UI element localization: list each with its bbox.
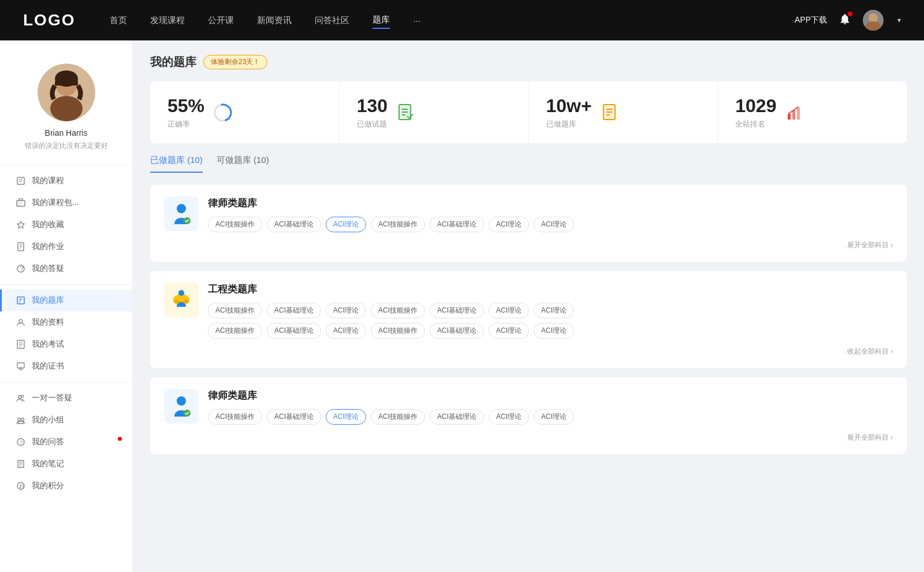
sidebar-item-label-qbank: 我的题库 — [32, 295, 64, 306]
svg-point-33 — [18, 418, 21, 421]
sidebar-item-my-course[interactable]: 我的课程 — [0, 170, 132, 192]
qbank-content: 律师类题库 ACI技能操作 ACI基础理论 ACI理论 ACI技能操作 ACI基… — [208, 196, 893, 232]
nav-item-qa[interactable]: 问答社区 — [315, 13, 349, 28]
qbank-card-header: 律师类题库 ACI技能操作 ACI基础理论 ACI理论 ACI技能操作 ACI基… — [164, 196, 893, 232]
collapse-link-engineer[interactable]: 收起全部科目 › — [164, 347, 893, 356]
eng-tag-r2-3[interactable]: ACI技能操作 — [371, 323, 425, 339]
nav-item-more[interactable]: ··· — [413, 13, 420, 28]
qbank-title-lawyer-1: 律师类题库 — [208, 196, 893, 210]
sidebar-item-tutor[interactable]: 一对一答疑 — [0, 387, 132, 409]
eng-tag-r2-2[interactable]: ACI理论 — [326, 323, 366, 339]
eng-tag-r2-6[interactable]: ACI理论 — [534, 323, 574, 339]
l2-tag-6[interactable]: ACI理论 — [534, 409, 574, 425]
page-title: 我的题库 — [150, 54, 196, 70]
stat-done-questions-label: 已做试题 — [357, 119, 388, 129]
sidebar-item-homework[interactable]: 我的作业 — [0, 236, 132, 258]
exam-icon — [16, 339, 26, 350]
sidebar-item-exam[interactable]: 我的考试 — [0, 333, 132, 355]
sidebar-item-notes[interactable]: 我的笔记 — [0, 453, 132, 475]
eng-tag-r1-0[interactable]: ACI技能操作 — [208, 303, 262, 318]
qbank-card-engineer: 工程类题库 ACI技能操作 ACI基础理论 ACI理论 ACI技能操作 ACI基… — [150, 271, 907, 368]
user-avatar[interactable] — [863, 10, 884, 31]
eng-tag-r1-1[interactable]: ACI基础理论 — [267, 303, 321, 318]
sidebar-item-favorites[interactable]: 我的收藏 — [0, 214, 132, 236]
qbank-menu-icon — [16, 295, 26, 306]
tag-5[interactable]: ACI理论 — [489, 217, 529, 232]
stat-done-banks-value: 10w+ — [546, 95, 592, 117]
qbank-card-lawyer-1: 律师类题库 ACI技能操作 ACI基础理论 ACI理论 ACI技能操作 ACI基… — [150, 185, 907, 262]
notification-bell[interactable] — [839, 13, 851, 28]
sidebar-item-label-exam: 我的考试 — [32, 339, 64, 350]
eng-tag-r2-4[interactable]: ACI基础理论 — [430, 323, 484, 339]
sidebar-item-qa[interactable]: ? 我的问答 — [0, 431, 132, 453]
sidebar-item-group[interactable]: 我的小组 — [0, 409, 132, 431]
tab-done[interactable]: 已做题库 (10) — [150, 155, 203, 173]
svg-text:积: 积 — [19, 484, 24, 489]
sidebar-item-profile[interactable]: 我的资料 — [0, 311, 132, 333]
eng-tag-r1-4[interactable]: ACI基础理论 — [430, 303, 484, 318]
qa-badge-dot — [118, 437, 122, 441]
sidebar-divider-3 — [0, 382, 132, 382]
sidebar-item-label-qa: 我的问答 — [32, 437, 64, 447]
svg-point-58 — [177, 204, 186, 213]
sidebar-item-course-package[interactable]: 我的课程包... — [0, 192, 132, 214]
l2-tag-1[interactable]: ACI基础理论 — [267, 409, 321, 425]
tag-0[interactable]: ACI技能操作 — [208, 217, 262, 232]
eng-tag-r2-1[interactable]: ACI基础理论 — [267, 323, 321, 339]
l2-tag-5[interactable]: ACI理论 — [489, 409, 529, 425]
eng-tag-r2-5[interactable]: ACI理论 — [489, 323, 529, 339]
sidebar-item-ask[interactable]: ? 我的答疑 — [0, 258, 132, 280]
stat-accuracy-label: 正确率 — [167, 119, 204, 129]
course-icon — [16, 176, 26, 186]
svg-point-23 — [19, 320, 23, 323]
tag-2-active[interactable]: ACI理论 — [326, 217, 366, 232]
stat-accuracy-text: 55% 正确率 — [167, 95, 204, 129]
doc-green-icon — [396, 102, 416, 123]
sidebar-item-cert[interactable]: 我的证书 — [0, 355, 132, 377]
tab-available[interactable]: 可做题库 (10) — [217, 155, 269, 173]
qbank-tags-lawyer-1: ACI技能操作 ACI基础理论 ACI理论 ACI技能操作 ACI基础理论 AC… — [208, 217, 893, 232]
stat-done-questions-text: 130 已做试题 — [357, 95, 388, 129]
tag-6[interactable]: ACI理论 — [534, 217, 574, 232]
nav-item-open[interactable]: 公开课 — [208, 13, 234, 28]
package-icon — [16, 198, 26, 208]
l2-tag-3[interactable]: ACI技能操作 — [371, 409, 425, 425]
sidebar-item-points[interactable]: 积 我的积分 — [0, 475, 132, 497]
l2-tag-4[interactable]: ACI基础理论 — [430, 409, 484, 425]
sidebar-item-label-package: 我的课程包... — [32, 198, 79, 208]
tag-3[interactable]: ACI技能操作 — [371, 217, 425, 232]
sidebar-divider-2 — [0, 284, 132, 285]
eng-tag-r1-3[interactable]: ACI技能操作 — [371, 303, 425, 318]
user-profile: Brian Harris 错误的决定比没有决定要好 — [0, 52, 132, 160]
expand-link-lawyer-2[interactable]: 展开全部科目 › — [164, 433, 893, 443]
svg-rect-57 — [797, 107, 800, 120]
nav-item-courses[interactable]: 发现课程 — [150, 13, 185, 28]
nav-item-news[interactable]: 新闻资讯 — [257, 13, 292, 28]
nav-item-home[interactable]: 首页 — [110, 13, 127, 28]
stat-done-banks-label: 已做题库 — [546, 119, 592, 129]
app-download-button[interactable]: APP下载 — [795, 15, 827, 25]
stat-done-banks: 10w+ 已做题库 — [529, 81, 718, 143]
l2-tag-0[interactable]: ACI技能操作 — [208, 409, 262, 425]
user-menu-chevron[interactable]: ▾ — [897, 16, 901, 24]
expand-link-lawyer-1[interactable]: 展开全部科目 › — [164, 240, 893, 250]
nav-item-qbank[interactable]: 题库 — [372, 12, 390, 29]
eng-tag-r1-6[interactable]: ACI理论 — [534, 303, 574, 318]
l2-tag-2-active[interactable]: ACI理论 — [326, 409, 366, 425]
eng-tag-r2-0[interactable]: ACI技能操作 — [208, 323, 262, 339]
nav-right: APP下载 ▾ — [795, 10, 901, 31]
sidebar-item-qbank[interactable]: 我的题库 — [0, 289, 132, 311]
qbank-icon-lawyer-2 — [164, 389, 199, 424]
eng-tag-r1-5[interactable]: ACI理论 — [489, 303, 529, 318]
stat-ranking-value: 1029 — [735, 95, 776, 117]
qbank-icon-lawyer — [164, 196, 199, 231]
cert-icon — [16, 361, 26, 372]
qbank-content-lawyer-2: 律师类题库 ACI技能操作 ACI基础理论 ACI理论 ACI技能操作 ACI基… — [208, 389, 893, 425]
tag-4[interactable]: ACI基础理论 — [430, 217, 484, 232]
svg-point-64 — [177, 396, 186, 406]
sidebar-item-label-course: 我的课程 — [32, 176, 64, 186]
doc-orange-icon — [600, 102, 621, 123]
group-icon — [16, 415, 26, 425]
tag-1[interactable]: ACI基础理论 — [267, 217, 321, 232]
eng-tag-r1-2[interactable]: ACI理论 — [326, 303, 366, 318]
